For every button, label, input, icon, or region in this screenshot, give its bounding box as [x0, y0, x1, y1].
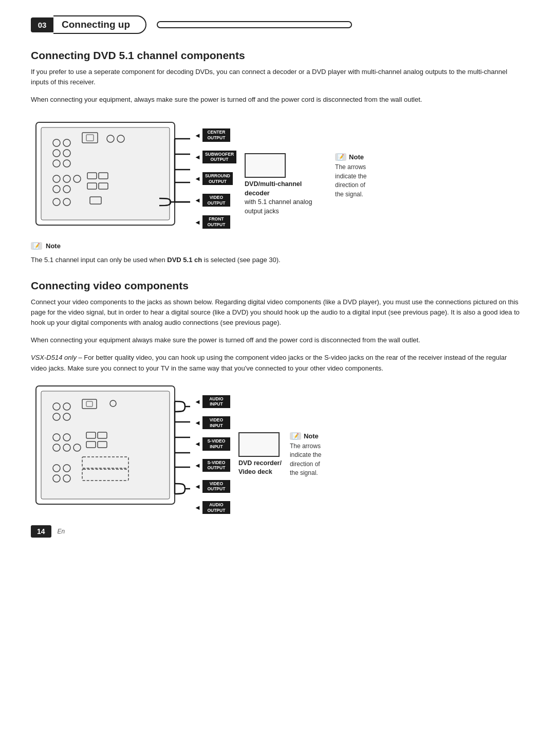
arrow-video: ◄ [194, 197, 201, 204]
arrows-side-note-1: The arrows indicate the direction of the… [335, 163, 366, 199]
arrow-audio-output: ◄ [194, 504, 201, 511]
label-row-front: ◄ FRONT OUTPUT [194, 215, 236, 228]
label-front-output: FRONT OUTPUT [202, 215, 230, 228]
label-row-video-input: ◄ VIDEO INPUT [194, 416, 230, 429]
label-row-center: ◄ CENTER OUTPUT [194, 128, 236, 141]
note-icon-3: 📝 [290, 432, 301, 440]
page: 03 Connecting up Connecting DVD 5.1 chan… [0, 0, 555, 558]
label-svideo-input: S-VIDEO INPUT [202, 437, 230, 450]
decoder-rect-1 [245, 153, 286, 178]
arrow-center: ◄ [194, 132, 201, 139]
note1-box: 📝 Note [31, 242, 524, 250]
side-note-1: 📝 Note The arrows indicate the direction… [335, 153, 366, 199]
section1-title: Connecting DVD 5.1 channel components [31, 49, 524, 62]
diagram1-container: ◄ CENTER OUTPUT ◄ SUBWOOFER OUTPUT ◄ SUR… [31, 112, 524, 237]
label-svideo-output: S-VIDEO OUTPUT [202, 459, 230, 472]
side-note-2: 📝 Note The arrows indicate the direction… [290, 432, 321, 478]
arrow-audio-input: ◄ [194, 398, 201, 405]
note-inline-2: 📝 Note [290, 432, 321, 440]
label-audio-output: AUDIO OUTPUT [202, 501, 230, 514]
label-center-output: CENTER OUTPUT [202, 128, 230, 141]
arrow-svideo-input: ◄ [194, 440, 201, 447]
header-pill-empty [157, 21, 352, 28]
decoder-label-2: DVD recorder/ Video deck [238, 459, 282, 477]
label-row-video: ◄ VIDEO OUTPUT [194, 194, 236, 207]
label-row-svideo-output: ◄ S-VIDEO OUTPUT [194, 459, 230, 472]
decoder-label-1: DVD/multi-channel decoder with 5.1 chann… [245, 180, 327, 216]
arrow-surround: ◄ [194, 175, 201, 182]
decoder-rect-2 [238, 432, 280, 457]
decoder-box-1: DVD/multi-channel decoder with 5.1 chann… [245, 153, 327, 216]
label-video-input: VIDEO INPUT [202, 416, 230, 429]
label-row-audio-output: ◄ AUDIO OUTPUT [194, 501, 230, 514]
arrow-svideo-output: ◄ [194, 462, 201, 469]
label-subwoofer-output: SUBWOOFER OUTPUT [202, 151, 236, 163]
label-row-subwoofer: ◄ SUBWOOFER OUTPUT [194, 151, 236, 163]
diagram2-container: ◄ AUDIO INPUT ◄ VIDEO INPUT ◄ S-VIDEO [31, 381, 524, 516]
svg-rect-1 [41, 127, 170, 220]
page-number: 14 [31, 525, 51, 538]
decoder-info-1: DVD/multi-channel decoder with 5.1 chann… [245, 153, 366, 216]
chapter-badge: 03 [31, 17, 53, 32]
diagram1-svg-wrap [31, 112, 190, 237]
diagram2-svg-wrap [31, 381, 190, 516]
chapter-title: Connecting up [53, 15, 146, 34]
label-row-svideo-input: ◄ S-VIDEO INPUT [194, 437, 230, 450]
note1-text: The 5.1 channel input can only be used w… [31, 255, 524, 265]
arrow-subwoofer: ◄ [194, 154, 201, 160]
arrow-video-output: ◄ [194, 483, 201, 490]
label-video-output: VIDEO OUTPUT [202, 194, 230, 207]
decoder-box-2: DVD recorder/ Video deck [238, 432, 282, 477]
section2-body1: Connect your video components to the jac… [31, 297, 524, 328]
section2-title: Connecting video components [31, 280, 524, 292]
section1-body2: When connecting your equipment, always m… [31, 95, 524, 105]
note-label-2: Note [304, 432, 319, 440]
section2-body3: VSX-D514 only – For better quality video… [31, 353, 524, 373]
note-icon-1: 📝 [335, 153, 346, 161]
label-row-surround: ◄ SURROUND OUTPUT [194, 172, 236, 185]
label-surround-output: SURROUND OUTPUT [202, 172, 233, 185]
arrow-video-input: ◄ [194, 419, 201, 426]
arrow-front: ◄ [194, 219, 201, 226]
label-video-output: VIDEO OUTPUT [202, 480, 230, 493]
arrows-side-note-2: The arrows indicate the direction of the… [290, 442, 321, 478]
page-footer: 14 En [31, 525, 524, 538]
label-row-audio-input: ◄ AUDIO INPUT [194, 395, 230, 408]
diagram2-labels: ◄ AUDIO INPUT ◄ VIDEO INPUT ◄ S-VIDEO [194, 395, 230, 514]
note-icon-2: 📝 [31, 242, 42, 250]
page-lang: En [58, 528, 65, 535]
label-row-video-output: ◄ VIDEO OUTPUT [194, 480, 230, 493]
label-audio-input: AUDIO INPUT [202, 395, 230, 408]
header-bar: 03 Connecting up [31, 15, 524, 34]
section1-body1: If you prefer to use a seperate componen… [31, 67, 524, 87]
section2-body2: When connecting your equipment always ma… [31, 335, 524, 345]
note-inline-1: 📝 Note [335, 153, 366, 161]
note-label-1: Note [349, 153, 364, 161]
decoder-info-2: DVD recorder/ Video deck 📝 Note The arro… [238, 432, 321, 478]
diagram1-labels: ◄ CENTER OUTPUT ◄ SUBWOOFER OUTPUT ◄ SUR… [194, 128, 236, 228]
